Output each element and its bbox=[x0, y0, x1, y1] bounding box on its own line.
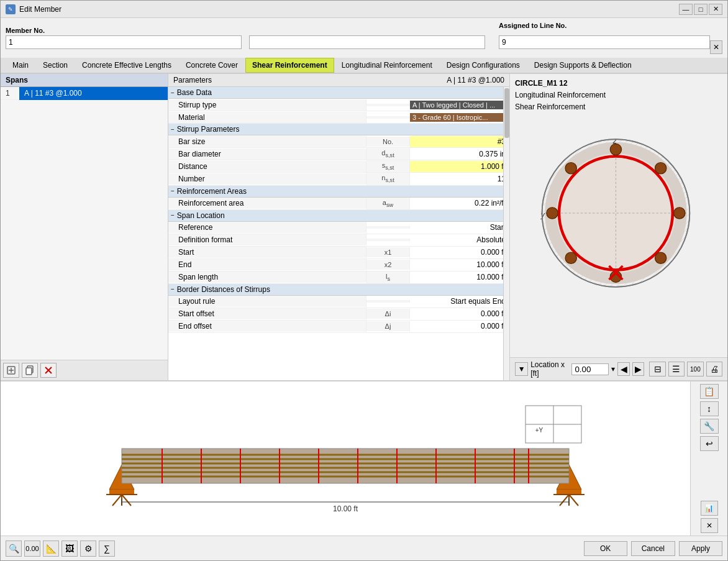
delete-span-button[interactable] bbox=[40, 363, 57, 378]
svg-point-20 bbox=[655, 252, 667, 263]
svg-point-17 bbox=[610, 144, 621, 155]
bottom-right-tools: 📋 ↕ 🔧 ↩ 📊 ✕ bbox=[690, 381, 727, 536]
params-value: A | 11 #3 @1.000 bbox=[447, 76, 504, 84]
scroll-thumb[interactable] bbox=[504, 88, 509, 138]
cancel-button[interactable]: Cancel bbox=[631, 541, 675, 556]
param-stirrup-type: Stirrup type A | Two legged | Closed | .… bbox=[168, 99, 509, 111]
bottom-icon-2[interactable]: ✕ bbox=[701, 518, 718, 533]
footer-icon-search[interactable]: 🔍 bbox=[6, 540, 22, 557]
toggle-reinforcement-areas: − bbox=[171, 188, 175, 194]
span-item[interactable]: A | 11 #3 @1.000 bbox=[19, 87, 168, 100]
footer: 🔍 0.00 📐 🖼 ⚙ ∑ OK Cancel Apply bbox=[1, 536, 727, 560]
section-reinforcement-areas[interactable]: − Reinforcement Areas bbox=[168, 186, 509, 198]
location-label: Location x [ft] bbox=[530, 360, 569, 378]
location-input[interactable] bbox=[571, 363, 609, 375]
bottom-tool-1[interactable]: 📋 bbox=[700, 384, 719, 399]
param-bar-size: Bar size No. #3 bbox=[168, 135, 509, 148]
svg-line-39 bbox=[569, 495, 578, 506]
close-button[interactable]: ✕ bbox=[709, 4, 722, 15]
spans-list: 1 A | 11 #3 @1.000 bbox=[1, 87, 168, 360]
cross-section-title: CIRCLE_M1 12 bbox=[515, 78, 722, 89]
material-value[interactable]: 3 - Grade 60 | Isotropic... bbox=[410, 113, 509, 122]
minimize-button[interactable]: — bbox=[679, 4, 693, 15]
tab-design-supports[interactable]: Design Supports & Deflection bbox=[527, 58, 639, 73]
tab-concrete-eff[interactable]: Concrete Effective Lengths bbox=[75, 58, 178, 73]
tab-bar: Main Section Concrete Effective Lengths … bbox=[1, 58, 727, 74]
view-filter-button[interactable]: ⊟ bbox=[649, 362, 665, 376]
bottom-tool-2[interactable]: ↕ bbox=[700, 401, 719, 416]
assigned-input[interactable] bbox=[499, 35, 710, 49]
top-fields: Member No. Assigned to Line No. ✕ bbox=[1, 18, 727, 58]
svg-point-19 bbox=[674, 207, 685, 218]
copy-span-button[interactable] bbox=[22, 363, 38, 378]
section-base-data[interactable]: − Base Data bbox=[168, 87, 509, 99]
view-100-button[interactable]: 100 bbox=[687, 362, 703, 376]
location-unit: ▾ bbox=[611, 365, 615, 373]
footer-icon-4[interactable]: 🖼 bbox=[61, 540, 78, 557]
tab-design-config[interactable]: Design Configurations bbox=[440, 58, 527, 73]
reference-value: Start bbox=[410, 222, 509, 233]
empty-field-group bbox=[249, 27, 485, 49]
section-base-data-title: Base Data bbox=[177, 88, 212, 97]
toggle-span-location: − bbox=[171, 212, 175, 219]
svg-rect-4 bbox=[26, 368, 32, 375]
footer-left: 🔍 0.00 📐 🖼 ⚙ ∑ bbox=[6, 540, 115, 557]
param-layout-rule: Layout rule Start equals End bbox=[168, 296, 509, 308]
footer-icon-coords[interactable]: 0.00 bbox=[24, 540, 40, 557]
param-number: Number ns,st 11 bbox=[168, 173, 509, 185]
cross-section-panel: CIRCLE_M1 12 Longitudinal Reinforcement … bbox=[510, 74, 727, 380]
next-location-button[interactable]: ▶ bbox=[632, 362, 644, 376]
span-length-value: 10.000 ft bbox=[410, 271, 509, 283]
param-end: End x2 10.000 ft bbox=[168, 259, 509, 271]
param-start-offset: Start offset Δi 0.000 ft bbox=[168, 308, 509, 321]
section-stirrup-params-title: Stirrup Parameters bbox=[177, 125, 240, 134]
svg-text:+Y: +Y bbox=[535, 427, 544, 434]
prev-location-button[interactable]: ◀ bbox=[617, 362, 629, 376]
stirrup-type-value[interactable]: A | Two legged | Closed | ... bbox=[410, 101, 509, 109]
number-value: 11 bbox=[410, 173, 509, 185]
distance-value[interactable]: 1.000 ft bbox=[410, 161, 509, 172]
tab-shear-reinforcement[interactable]: Shear Reinforcement bbox=[245, 58, 334, 73]
bottom-icon-1[interactable]: 📊 bbox=[701, 501, 718, 516]
member-no-input[interactable] bbox=[6, 35, 242, 49]
assigned-close-button[interactable]: ✕ bbox=[710, 40, 722, 54]
tab-main[interactable]: Main bbox=[6, 58, 35, 73]
scroll-bar[interactable] bbox=[503, 87, 509, 380]
reinforcement-area-value: 0.22 in²/ft bbox=[410, 198, 509, 209]
tab-section[interactable]: Section bbox=[36, 58, 75, 73]
bottom-tool-4[interactable]: ↩ bbox=[700, 436, 719, 451]
param-reference: Reference Start bbox=[168, 222, 509, 234]
svg-text:10.00 ft: 10.00 ft bbox=[333, 504, 358, 513]
section-span-location-title: Span Location bbox=[177, 211, 225, 220]
tab-concrete-cover[interactable]: Concrete Cover bbox=[179, 58, 245, 73]
window-icon: ✎ bbox=[6, 4, 16, 14]
bottom-tool-3[interactable]: 🔧 bbox=[700, 419, 719, 434]
footer-icon-6[interactable]: ∑ bbox=[99, 540, 115, 557]
section-reinforcement-areas-title: Reinforcement Areas bbox=[177, 187, 247, 196]
end-offset-value: 0.000 ft bbox=[410, 321, 509, 332]
beam-view: 10.00 ft +Y bbox=[1, 381, 690, 536]
footer-icon-5[interactable]: ⚙ bbox=[80, 540, 96, 557]
param-material: Material 3 - Grade 60 | Isotropic... bbox=[168, 111, 509, 124]
location-bar: ▼ Location x [ft] ▾ ◀ ▶ ⊟ ☰ 100 🖨 bbox=[510, 357, 727, 380]
section-border-distances[interactable]: − Border Distances of Stirrups bbox=[168, 284, 509, 296]
ok-button[interactable]: OK bbox=[584, 541, 627, 556]
section-span-location[interactable]: − Span Location bbox=[168, 210, 509, 222]
footer-icon-3[interactable]: 📐 bbox=[43, 540, 59, 557]
beam-svg: 10.00 ft +Y bbox=[103, 403, 588, 514]
maximize-button[interactable]: □ bbox=[694, 4, 708, 15]
params-content[interactable]: − Base Data Stirrup type A | Two legged … bbox=[168, 87, 509, 380]
start-offset-value: 0.000 ft bbox=[410, 308, 509, 319]
bar-size-value[interactable]: #3 bbox=[410, 136, 509, 147]
filter-button[interactable]: ▼ bbox=[515, 362, 528, 376]
param-distance: Distance ss,st 1.000 ft bbox=[168, 160, 509, 173]
tab-long-reinforcement[interactable]: Longitudinal Reinforcement bbox=[335, 58, 439, 73]
view-list-button[interactable]: ☰ bbox=[668, 362, 685, 376]
add-span-button[interactable] bbox=[3, 363, 19, 378]
apply-button[interactable]: Apply bbox=[679, 541, 722, 556]
print-button[interactable]: 🖨 bbox=[706, 362, 722, 376]
section-stirrup-params[interactable]: − Stirrup Parameters bbox=[168, 124, 509, 135]
spans-toolbar bbox=[1, 360, 168, 380]
cross-section-svg: z y bbox=[519, 120, 718, 306]
empty-input[interactable] bbox=[249, 35, 485, 49]
